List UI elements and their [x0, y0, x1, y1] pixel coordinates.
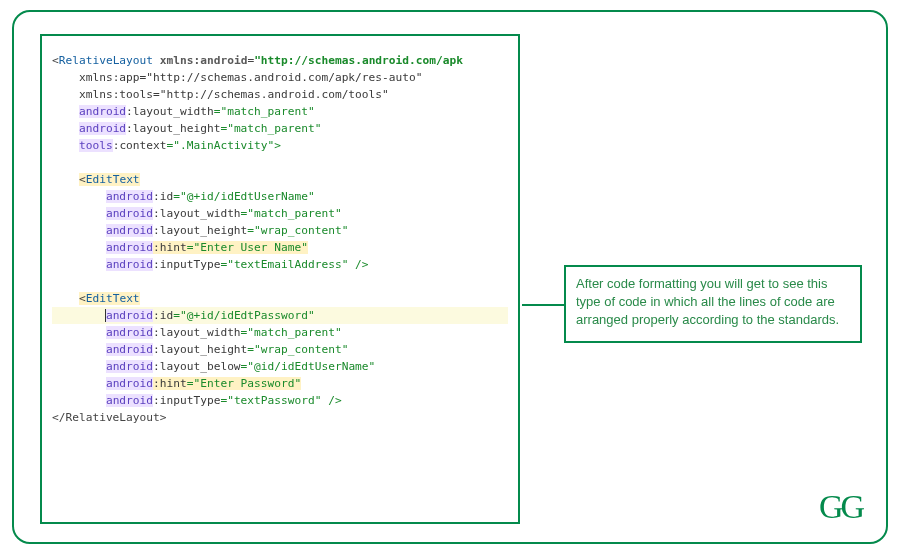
callout-connector: [522, 304, 564, 306]
logo: GG: [819, 488, 862, 526]
callout-box: After code formatting you will get to se…: [564, 265, 862, 343]
code-panel: <RelativeLayout xmlns:android="http://sc…: [40, 34, 520, 524]
callout-text: After code formatting you will get to se…: [576, 276, 839, 327]
code-content: <RelativeLayout xmlns:android="http://sc…: [52, 52, 508, 426]
outer-frame: <RelativeLayout xmlns:android="http://sc…: [12, 10, 888, 544]
